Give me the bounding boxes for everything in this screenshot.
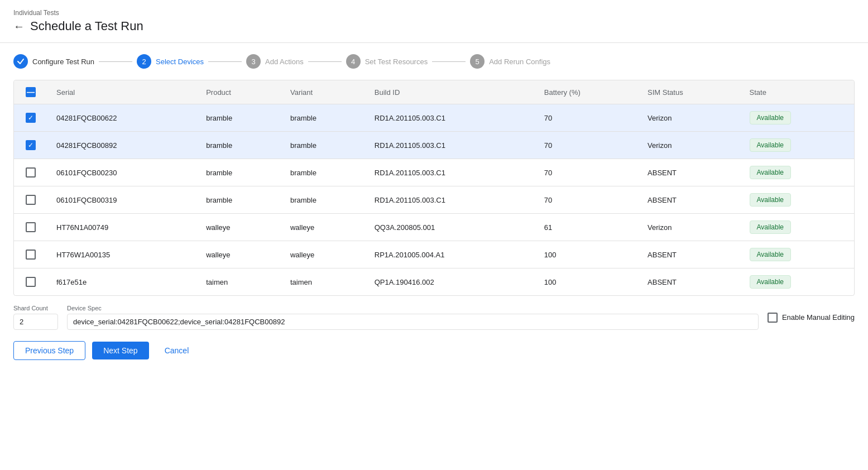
row-serial-4: 06101FQCB00319 [47, 186, 197, 214]
table-row[interactable]: f617e51etaimentaimenQP1A.190416.002100AB… [14, 268, 854, 296]
table-row[interactable]: HT76N1A00749walleyewalleyeQQ3A.200805.00… [14, 214, 854, 241]
device-spec-row: Shard Count Device Spec Enable Manual Ed… [13, 305, 855, 330]
device-spec-input[interactable] [67, 314, 759, 330]
select-all-checkbox[interactable]: — [26, 87, 36, 97]
battery-header: Battery (%) [535, 80, 639, 104]
row-serial-5: HT76N1A00749 [47, 214, 197, 241]
row-checkbox-cell-6[interactable] [14, 241, 47, 268]
row-checkbox-cell-2[interactable]: ✓ [14, 132, 47, 159]
row-state-7: Available [741, 268, 854, 296]
row-product-6: walleye [197, 241, 281, 268]
state-badge-4: Available [750, 193, 791, 207]
stepper-step-2: 2Select Devices [137, 54, 204, 69]
step-circle-4: 4 [346, 54, 361, 69]
next-step-button[interactable]: Next Step [92, 342, 148, 359]
serial-header: Serial [47, 80, 197, 104]
row-serial-6: HT76W1A00135 [47, 241, 197, 268]
enable-manual-editing-wrapper: Enable Manual Editing [768, 313, 855, 323]
row-checkbox-cell-5[interactable] [14, 214, 47, 241]
shard-count-label: Shard Count [13, 305, 58, 311]
row-product-2: bramble [197, 132, 281, 159]
build-id-header: Build ID [366, 80, 535, 104]
row-battery-5: 61 [535, 214, 639, 241]
row-product-1: bramble [197, 104, 281, 132]
check-icon: ✓ [28, 142, 33, 148]
select-all-header[interactable]: — [14, 80, 47, 104]
row-sim-status-6: ABSENT [639, 241, 741, 268]
row-checkbox-5[interactable] [26, 222, 36, 232]
breadcrumb: Individual Tests [13, 9, 855, 17]
row-variant-1: bramble [281, 104, 366, 132]
row-checkbox-1[interactable]: ✓ [26, 113, 36, 123]
row-serial-3: 06101FQCB00230 [47, 159, 197, 186]
indeterminate-icon: — [27, 88, 35, 96]
row-checkbox-cell-3[interactable] [14, 159, 47, 186]
row-battery-6: 100 [535, 241, 639, 268]
row-product-5: walleye [197, 214, 281, 241]
row-sim-status-1: Verizon [639, 104, 741, 132]
table-row[interactable]: 06101FQCB00230bramblebrambleRD1A.201105.… [14, 159, 854, 186]
row-build-id-5: QQ3A.200805.001 [366, 214, 535, 241]
device-spec-group: Device Spec [67, 305, 759, 330]
table-header-row: — Serial Product Variant Build ID Batter… [14, 80, 854, 104]
row-checkbox-2[interactable]: ✓ [26, 140, 36, 150]
table-row[interactable]: HT76W1A00135walleyewalleyeRP1A.201005.00… [14, 241, 854, 268]
row-sim-status-4: ABSENT [639, 186, 741, 214]
step-circle-2[interactable]: 2 [137, 54, 151, 69]
row-variant-4: bramble [281, 186, 366, 214]
device-spec-label: Device Spec [67, 305, 759, 311]
shard-count-input[interactable] [13, 314, 58, 330]
variant-header: Variant [281, 80, 366, 104]
row-checkbox-6[interactable] [26, 250, 36, 260]
row-checkbox-7[interactable] [26, 277, 36, 287]
enable-manual-editing-checkbox[interactable] [768, 313, 778, 323]
row-product-3: bramble [197, 159, 281, 186]
row-product-4: bramble [197, 186, 281, 214]
table-row[interactable]: 06101FQCB00319bramblebrambleRD1A.201105.… [14, 186, 854, 214]
row-battery-1: 70 [535, 104, 639, 132]
back-button[interactable]: ← [13, 21, 25, 32]
row-serial-1: 04281FQCB00622 [47, 104, 197, 132]
row-state-3: Available [741, 159, 854, 186]
row-build-id-2: RD1A.201105.003.C1 [366, 132, 535, 159]
previous-step-button[interactable]: Previous Step [13, 341, 85, 360]
stepper-step-3: 3Add Actions [246, 54, 304, 69]
row-checkbox-cell-1[interactable]: ✓ [14, 104, 47, 132]
check-icon: ✓ [28, 114, 33, 121]
step-circle-1[interactable] [13, 54, 28, 69]
row-battery-3: 70 [535, 159, 639, 186]
table-row[interactable]: ✓04281FQCB00892bramblebrambleRD1A.201105… [14, 132, 854, 159]
row-build-id-1: RD1A.201105.003.C1 [366, 104, 535, 132]
step-label-4: Set Test Resources [365, 57, 428, 66]
row-build-id-7: QP1A.190416.002 [366, 268, 535, 296]
row-state-2: Available [741, 132, 854, 159]
devices-table-container: — Serial Product Variant Build ID Batter… [13, 80, 855, 296]
row-checkbox-cell-4[interactable] [14, 186, 47, 214]
row-variant-5: walleye [281, 214, 366, 241]
state-badge-7: Available [750, 275, 791, 289]
row-build-id-6: RP1A.201005.004.A1 [366, 241, 535, 268]
devices-table: — Serial Product Variant Build ID Batter… [14, 80, 854, 295]
row-checkbox-3[interactable] [26, 167, 36, 178]
stepper-step-1: Configure Test Run [13, 54, 94, 69]
table-row[interactable]: ✓04281FQCB00622bramblebrambleRD1A.201105… [14, 104, 854, 132]
row-sim-status-3: ABSENT [639, 159, 741, 186]
row-build-id-4: RD1A.201105.003.C1 [366, 186, 535, 214]
step-connector-1 [99, 61, 132, 62]
row-checkbox-cell-7[interactable] [14, 268, 47, 296]
state-header: State [741, 80, 854, 104]
stepper-step-4: 4Set Test Resources [346, 54, 428, 69]
row-state-1: Available [741, 104, 854, 132]
row-state-4: Available [741, 186, 854, 214]
shard-count-group: Shard Count [13, 305, 58, 330]
row-variant-3: bramble [281, 159, 366, 186]
row-checkbox-4[interactable] [26, 195, 36, 205]
cancel-button[interactable]: Cancel [156, 342, 198, 359]
stepper-step-5: 5Add Rerun Configs [470, 54, 550, 69]
step-label-3: Add Actions [265, 57, 304, 66]
stepper: Configure Test Run2Select Devices3Add Ac… [0, 43, 868, 80]
state-badge-1: Available [750, 111, 791, 124]
row-state-6: Available [741, 241, 854, 268]
row-sim-status-5: Verizon [639, 214, 741, 241]
page-header: Individual Tests ← Schedule a Test Run [0, 0, 868, 33]
